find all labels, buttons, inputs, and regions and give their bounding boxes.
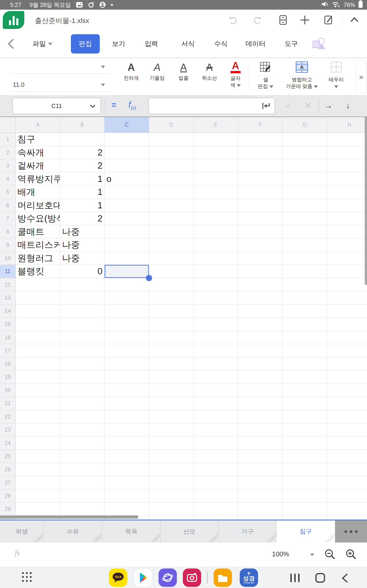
- menu-tab-도구[interactable]: 도구: [275, 30, 307, 58]
- cell-A10[interactable]: 원형러그: [16, 252, 60, 265]
- row-header-29[interactable]: 29: [0, 502, 16, 516]
- sheet-tab-침구[interactable]: 침구: [277, 520, 335, 543]
- cell-C21[interactable]: [105, 397, 149, 410]
- cell-C10[interactable]: [105, 252, 149, 265]
- cell-H10[interactable]: [327, 252, 367, 265]
- cell-A11[interactable]: 블랭킷: [16, 265, 60, 278]
- row-header-18[interactable]: 18: [0, 357, 16, 371]
- add-sheet-icon[interactable]: [299, 14, 311, 26]
- cell-C6[interactable]: [105, 199, 149, 212]
- cell-F26[interactable]: [238, 463, 283, 476]
- cell-H3[interactable]: [327, 159, 367, 173]
- cell-D16[interactable]: [149, 331, 194, 344]
- cell-H29[interactable]: [327, 502, 367, 516]
- column-header-D[interactable]: D: [149, 117, 194, 133]
- cell-D20[interactable]: [149, 384, 194, 397]
- cell-C13[interactable]: [105, 291, 149, 304]
- cell-E20[interactable]: [194, 384, 238, 397]
- row-header-5[interactable]: 5: [0, 186, 16, 199]
- cell-D9[interactable]: [149, 238, 194, 252]
- cell-B14[interactable]: [60, 304, 105, 318]
- cell-A16[interactable]: [16, 331, 60, 344]
- cell-D15[interactable]: [149, 318, 194, 331]
- move-down-icon[interactable]: ↓: [342, 99, 354, 112]
- vertical-scrollbar[interactable]: [365, 117, 367, 285]
- cell-B24[interactable]: [60, 437, 105, 450]
- cell-G10[interactable]: [283, 252, 327, 265]
- cell-D25[interactable]: [149, 450, 194, 463]
- play-store-app-icon[interactable]: [134, 569, 152, 587]
- cell-B8[interactable]: 나중: [60, 225, 105, 239]
- cell-E24[interactable]: [194, 437, 238, 450]
- row-header-26[interactable]: 26: [0, 463, 16, 476]
- cell-G22[interactable]: [283, 410, 327, 424]
- strikethrough-button[interactable]: A 취소선: [197, 60, 222, 82]
- cell-B17[interactable]: [60, 344, 105, 357]
- cell-F12[interactable]: [238, 278, 283, 292]
- home-button[interactable]: [315, 573, 325, 583]
- menu-tab-수식[interactable]: 수식: [205, 30, 237, 58]
- cell-F21[interactable]: [238, 397, 283, 410]
- cell-A1[interactable]: 침구: [16, 133, 60, 146]
- underline-button[interactable]: A 밑줄: [171, 60, 196, 82]
- sheets-view-icon[interactable]: [277, 14, 289, 26]
- cell-F2[interactable]: [238, 146, 283, 159]
- row-header-2[interactable]: 2: [0, 146, 16, 159]
- cell-A9[interactable]: 매트리스커: [16, 238, 60, 252]
- menu-tab-편집[interactable]: 편집: [71, 34, 100, 53]
- cell-G8[interactable]: [283, 225, 327, 239]
- cell-G25[interactable]: [283, 450, 327, 463]
- cell-E10[interactable]: [194, 252, 238, 265]
- cell-A2[interactable]: 속싸개: [16, 146, 60, 159]
- cell-D3[interactable]: [149, 159, 194, 173]
- cell-H7[interactable]: [327, 212, 367, 225]
- column-header-G[interactable]: G: [283, 117, 327, 133]
- cell-F24[interactable]: [238, 437, 283, 450]
- cell-A8[interactable]: 쿨매트: [16, 225, 60, 239]
- cell-A5[interactable]: 배개: [16, 186, 60, 199]
- cell-G2[interactable]: [283, 146, 327, 159]
- cell-C29[interactable]: [105, 502, 149, 516]
- cell-C8[interactable]: [105, 225, 149, 239]
- cell-E28[interactable]: [194, 489, 238, 503]
- cell-F7[interactable]: [238, 212, 283, 225]
- cell-B5[interactable]: 1: [60, 186, 105, 199]
- cell-G9[interactable]: [283, 238, 327, 252]
- cell-B7[interactable]: 2: [60, 212, 105, 225]
- cell-G27[interactable]: [283, 476, 327, 489]
- cell-F20[interactable]: [238, 384, 283, 397]
- cell-D7[interactable]: [149, 212, 194, 225]
- cell-F27[interactable]: [238, 476, 283, 489]
- horizontal-scrollbar[interactable]: [0, 515, 138, 519]
- cell-D12[interactable]: [149, 278, 194, 292]
- cell-G29[interactable]: [283, 502, 327, 516]
- cell-C15[interactable]: [105, 318, 149, 331]
- cell-H9[interactable]: [327, 238, 367, 252]
- cell-F6[interactable]: [238, 199, 283, 212]
- cell-G16[interactable]: [283, 331, 327, 344]
- cell-C26[interactable]: [105, 463, 149, 476]
- row-header-15[interactable]: 15: [0, 318, 16, 331]
- cell-E27[interactable]: [194, 476, 238, 489]
- cell-E5[interactable]: [194, 186, 238, 199]
- cell-A22[interactable]: [16, 410, 60, 424]
- cell-G6[interactable]: [283, 199, 327, 212]
- cell-B4[interactable]: 1: [60, 173, 105, 186]
- samsung-internet-app-icon[interactable]: [158, 569, 177, 587]
- cell-B9[interactable]: 나중: [60, 238, 105, 252]
- cell-H11[interactable]: [327, 265, 367, 278]
- cell-B11[interactable]: 0: [60, 265, 105, 278]
- row-header-21[interactable]: 21: [0, 397, 16, 410]
- cell-G17[interactable]: [283, 344, 327, 357]
- cell-F28[interactable]: [238, 489, 283, 503]
- cell-G14[interactable]: [283, 304, 327, 318]
- row-header-6[interactable]: 6: [0, 199, 16, 212]
- cell-F3[interactable]: [238, 159, 283, 173]
- cell-B18[interactable]: [60, 357, 105, 371]
- cell-H18[interactable]: [327, 357, 367, 371]
- cell-E2[interactable]: [194, 146, 238, 159]
- cell-E23[interactable]: [194, 423, 238, 437]
- cell-G13[interactable]: [283, 291, 327, 304]
- more-tools-button[interactable]: »: [356, 61, 367, 93]
- cell-G30[interactable]: [283, 516, 327, 520]
